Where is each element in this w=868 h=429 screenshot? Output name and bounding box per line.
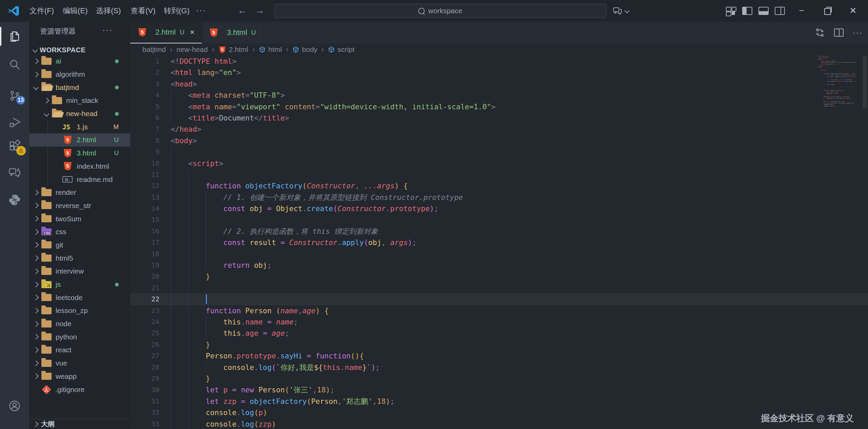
- tree-item-git[interactable]: git: [29, 239, 130, 252]
- tree-item-vue[interactable]: vue: [29, 357, 130, 370]
- menu-编辑[interactable]: 编辑(E): [58, 0, 92, 22]
- restore-button[interactable]: [819, 0, 835, 22]
- copilot-chat-button[interactable]: [612, 5, 629, 16]
- tree-item-label: batjtmd: [56, 83, 79, 92]
- code-line-29: 29 }: [130, 373, 868, 384]
- tree-item-3.html[interactable]: 53.htmlU: [29, 147, 130, 160]
- menu-查看[interactable]: 查看(V): [126, 0, 160, 22]
- tree-item-label: readme.md: [77, 175, 113, 184]
- tree-item-label: min_stack: [66, 96, 98, 105]
- markdown-file-icon: M↓: [62, 176, 73, 183]
- tree-item-2.html[interactable]: 52.htmlU: [29, 133, 130, 147]
- tree-item-react[interactable]: react: [29, 343, 130, 357]
- breadcrumb-new-head[interactable]: new-head: [176, 45, 208, 54]
- toggle-secondary-sidebar-icon[interactable]: [775, 7, 785, 15]
- breadcrumb-script[interactable]: script: [328, 45, 354, 54]
- code-line-20: 20 }: [130, 271, 868, 282]
- html5-file-icon: 5: [64, 136, 72, 144]
- title-bar: 文件(F)编辑(E)选择(S)查看(V)转到(G) ··· ← → worksp…: [0, 0, 868, 22]
- tree-item-min_stack[interactable]: min_stack: [29, 94, 130, 107]
- tree-item-reverse_str[interactable]: reverse_str: [29, 199, 130, 212]
- tree-item-twoSum[interactable]: twoSum: [29, 212, 130, 225]
- more-actions-icon[interactable]: ···: [852, 28, 863, 37]
- tree-item-html5[interactable]: html5: [29, 251, 130, 265]
- compare-changes-icon[interactable]: [814, 27, 825, 38]
- tree-item-label: 1.js: [77, 123, 88, 131]
- breadcrumb-html[interactable]: html: [259, 45, 282, 54]
- command-center-search[interactable]: workspace: [274, 4, 606, 18]
- tree-item-batjtmd[interactable]: batjtmd: [29, 81, 130, 94]
- menu-转到[interactable]: 转到(G): [159, 0, 194, 22]
- tree-item-.gitignore[interactable]: .gitignore: [29, 383, 130, 396]
- tree-item-label: render: [56, 188, 76, 197]
- nav-forward-icon[interactable]: →: [255, 0, 265, 22]
- toggle-primary-sidebar-icon[interactable]: [742, 7, 752, 15]
- tree-item-label: vue: [56, 359, 67, 367]
- tree-item-leetcode[interactable]: leetcode: [29, 291, 130, 304]
- js-folder-icon: JS: [41, 281, 52, 288]
- vscode-logo: [7, 5, 20, 17]
- explorer-icon[interactable]: [0, 25, 29, 47]
- code-line-11: 11: [130, 169, 868, 180]
- tree-item-algorithm[interactable]: algorithm: [29, 68, 130, 81]
- chevron-down-icon: [624, 8, 630, 13]
- close-tab-icon[interactable]: ×: [190, 27, 195, 37]
- tree-item-1.js[interactable]: JS1.jsM: [29, 120, 130, 133]
- tree-item-interview[interactable]: interview: [29, 265, 130, 278]
- sidebar-more-actions-icon[interactable]: ···: [102, 25, 113, 35]
- tree-item-label: js: [56, 280, 61, 288]
- toggle-panel-icon[interactable]: [758, 7, 769, 15]
- split-editor-icon[interactable]: [834, 29, 844, 37]
- chevron-right-icon: [33, 422, 39, 427]
- tab-3.html[interactable]: 53.htmlU: [202, 22, 263, 43]
- extensions-icon[interactable]: ⚠: [0, 135, 29, 157]
- outline-section-header[interactable]: 大纲: [29, 419, 130, 429]
- python-view-icon[interactable]: [0, 189, 29, 211]
- chevron-down-icon: [44, 111, 49, 116]
- tree-item-label: interview: [56, 267, 84, 275]
- scrollbar-thumb[interactable]: [863, 56, 867, 108]
- tree-item-readme.md[interactable]: M↓readme.md: [29, 173, 130, 186]
- account-icon[interactable]: [0, 395, 29, 417]
- chevron-right-icon: [44, 98, 49, 103]
- nav-back-icon[interactable]: ←: [237, 0, 247, 22]
- minimap[interactable]: 1<!DOCTYPE html>2<html lang="en">3<head>…: [818, 56, 856, 191]
- chevron-right-icon: [33, 334, 39, 340]
- folder-icon: [41, 307, 52, 314]
- menu-文件[interactable]: 文件(F): [25, 0, 59, 22]
- breadcrumb-2.html[interactable]: 52.html: [218, 45, 248, 54]
- code-editor[interactable]: 1<!DOCTYPE html>2<html lang="en">3<head>…: [130, 56, 868, 429]
- run-debug-icon[interactable]: [0, 111, 29, 133]
- folder-icon: [41, 347, 52, 354]
- customize-layout-icon[interactable]: [726, 7, 736, 15]
- folder-icon: [41, 84, 52, 91]
- tree-item-index.html[interactable]: 5index.html: [29, 160, 130, 173]
- code-line-17: 17 const result = Constructor.apply(obj,…: [130, 237, 868, 248]
- chat-view-icon[interactable]: [0, 162, 29, 184]
- minimize-button[interactable]: −: [794, 0, 809, 22]
- tab-2.html[interactable]: 52.htmlU×: [130, 22, 202, 43]
- tree-item-js[interactable]: JSjs: [29, 278, 130, 291]
- tree-item-render[interactable]: render: [29, 186, 130, 199]
- close-button[interactable]: ✕: [845, 0, 861, 22]
- tree-item-lesson_zp[interactable]: lesson_zp: [29, 304, 130, 317]
- tree-item-ai[interactable]: ai: [29, 55, 130, 68]
- tree-item-node[interactable]: node: [29, 317, 130, 331]
- git-change-dot: [115, 59, 119, 63]
- menu-选择[interactable]: 选择(S): [91, 0, 126, 22]
- tree-item-python[interactable]: python: [29, 330, 130, 343]
- breadcrumb-separator: ›: [212, 45, 214, 54]
- tree-item-new-head[interactable]: new-head: [29, 107, 130, 120]
- workspace-section-header[interactable]: WORKSPACE: [29, 44, 130, 56]
- tree-item-css[interactable]: CSScss: [29, 225, 130, 239]
- menu-overflow-icon[interactable]: ···: [196, 0, 206, 22]
- tree-item-label: lesson_zp: [56, 306, 88, 315]
- breadcrumb-batjtmd[interactable]: batjtmd: [142, 45, 166, 54]
- breadcrumb-body[interactable]: body: [292, 45, 317, 54]
- breadcrumb-separator: ›: [286, 45, 288, 54]
- folder-icon: [41, 320, 52, 328]
- folder-icon: [41, 360, 52, 367]
- source-control-icon[interactable]: 13: [0, 85, 29, 107]
- tree-item-weapp[interactable]: weapp: [29, 370, 130, 383]
- search-view-icon[interactable]: [0, 54, 29, 76]
